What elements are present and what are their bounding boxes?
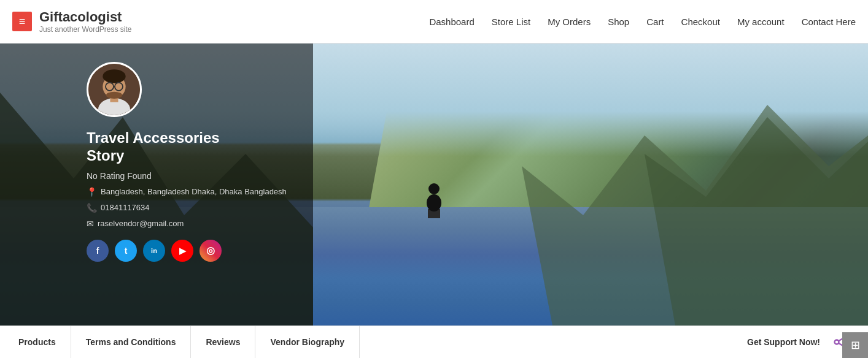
linkedin-icon: in bbox=[151, 247, 157, 254]
store-phone: 📞 01841117634 bbox=[87, 203, 295, 213]
twitter-icon: t bbox=[125, 246, 128, 256]
corner-icon: ⊞ bbox=[851, 338, 860, 352]
location-icon: 📍 bbox=[87, 187, 97, 197]
social-links: f t in ▶ ◎ bbox=[87, 240, 295, 262]
store-email: ✉ raselvendor@gmail.com bbox=[87, 219, 295, 229]
footer-terms[interactable]: Terms and Conditions bbox=[71, 326, 192, 359]
youtube-link[interactable]: ▶ bbox=[171, 240, 193, 262]
footer-vendor-bio[interactable]: Vendor Biography bbox=[255, 326, 360, 359]
nav-checkout[interactable]: Checkout bbox=[681, 17, 720, 27]
instagram-link[interactable]: ◎ bbox=[200, 240, 222, 262]
store-panel: Travel AccessoriesStory No Rating Found … bbox=[68, 44, 314, 326]
hero-section: Travel AccessoriesStory No Rating Found … bbox=[0, 44, 868, 326]
avatar-svg bbox=[88, 64, 140, 115]
main-nav: Dashboard Store List My Orders Shop Cart… bbox=[429, 17, 856, 27]
store-avatar-wrapper bbox=[87, 62, 142, 117]
footer-nav: Products Terms and Conditions Reviews Ve… bbox=[18, 326, 747, 359]
nav-shop[interactable]: Shop bbox=[608, 17, 629, 27]
facebook-link[interactable]: f bbox=[87, 240, 109, 262]
footer-support-text: Get Support Now! bbox=[747, 337, 820, 347]
menu-icon-button[interactable]: ≡ bbox=[12, 12, 32, 31]
site-tagline: Just another WordPress site bbox=[39, 25, 132, 34]
person-silhouette bbox=[419, 175, 449, 218]
footer-reviews[interactable]: Reviews bbox=[191, 326, 255, 359]
avatar-image bbox=[88, 64, 140, 115]
site-header: ≡ Giftacologist Just another WordPress s… bbox=[0, 0, 868, 44]
instagram-icon: ◎ bbox=[206, 245, 215, 256]
nav-my-orders[interactable]: My Orders bbox=[548, 17, 591, 27]
store-location: 📍 Bangladesh, Bangladesh Dhaka, Dhaka Ba… bbox=[87, 187, 295, 197]
nav-dashboard[interactable]: Dashboard bbox=[429, 17, 474, 27]
nav-store-list[interactable]: Store List bbox=[492, 17, 530, 27]
nav-my-account[interactable]: My account bbox=[737, 17, 785, 27]
twitter-link[interactable]: t bbox=[115, 240, 137, 262]
email-icon: ✉ bbox=[87, 219, 94, 229]
facebook-icon: f bbox=[96, 246, 99, 256]
nav-contact[interactable]: Contact Here bbox=[802, 17, 856, 27]
svg-point-10 bbox=[103, 69, 125, 83]
svg-point-14 bbox=[106, 92, 122, 99]
store-rating: No Rating Found bbox=[87, 171, 295, 181]
store-name: Travel AccessoriesStory bbox=[87, 129, 295, 165]
youtube-icon: ▶ bbox=[179, 246, 186, 256]
footer-products[interactable]: Products bbox=[18, 326, 71, 359]
nav-cart[interactable]: Cart bbox=[646, 17, 664, 27]
corner-button[interactable]: ⊞ bbox=[842, 332, 868, 358]
svg-point-5 bbox=[428, 183, 440, 194]
phone-icon: 📞 bbox=[87, 203, 97, 213]
site-title: Giftacologist bbox=[39, 9, 132, 25]
site-branding: Giftacologist Just another WordPress sit… bbox=[39, 9, 132, 34]
hamburger-icon: ≡ bbox=[19, 16, 26, 27]
svg-point-4 bbox=[427, 194, 441, 211]
footer-bar: Products Terms and Conditions Reviews Ve… bbox=[0, 326, 868, 358]
linkedin-link[interactable]: in bbox=[143, 240, 165, 262]
